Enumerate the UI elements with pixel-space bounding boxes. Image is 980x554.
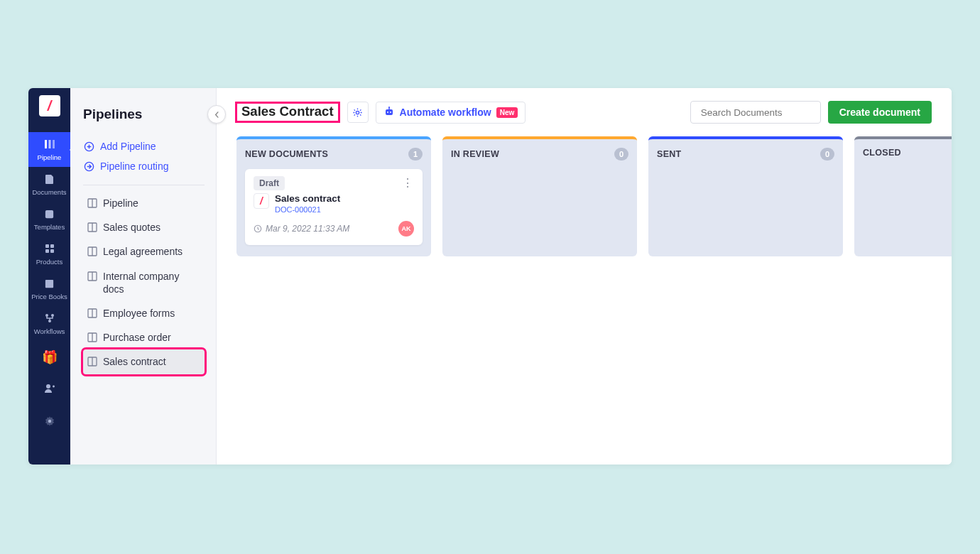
automate-workflow-button[interactable]: Automate workflow New	[376, 102, 526, 124]
sidebar-item-label: Internal company docs	[103, 270, 200, 295]
clock-icon	[254, 224, 262, 233]
svg-point-11	[46, 384, 50, 389]
board-icon	[87, 222, 97, 232]
svg-rect-0	[45, 140, 47, 148]
sidebar-item-purchase-order[interactable]: Purchase order	[83, 325, 205, 349]
svg-point-9	[51, 314, 54, 317]
column-header: SENT 0	[657, 148, 834, 161]
sidebar-collapse-button[interactable]	[207, 105, 226, 124]
rail-label: Workflows	[34, 327, 65, 335]
card-title: Sales contract	[275, 193, 340, 205]
board-icon	[87, 246, 97, 256]
rail-label: Templates	[34, 223, 65, 231]
column-title: IN REVIEW	[451, 149, 499, 159]
main-panel: Sales Contract Automate workflow New Cre…	[217, 88, 952, 465]
rail-item-templates[interactable]: Templates	[28, 202, 70, 237]
svg-point-22	[356, 111, 359, 114]
sidebar-item-label: Purchase order	[103, 331, 171, 344]
svg-point-24	[387, 112, 388, 113]
search-documents-field[interactable]	[701, 107, 821, 118]
sidebar-item-sales-contract[interactable]: Sales contract	[83, 349, 205, 374]
column-title: SENT	[657, 149, 682, 159]
app-logo[interactable]: /	[39, 95, 60, 116]
sidebar-item-internal-company-docs[interactable]: Internal company docs	[83, 264, 205, 301]
add-pipeline-label: Add Pipeline	[100, 141, 156, 152]
pipeline-settings-button[interactable]	[347, 102, 369, 123]
board-icon	[87, 308, 97, 318]
svg-point-8	[45, 314, 48, 317]
svg-rect-2	[53, 140, 55, 148]
column-count: 1	[408, 148, 423, 161]
sidebar-item-pipeline[interactable]: Pipeline	[83, 191, 205, 215]
sidebar-item-employee-forms[interactable]: Employee forms	[83, 301, 205, 325]
svg-point-10	[48, 320, 51, 322]
svg-rect-1	[48, 140, 50, 148]
owner-avatar[interactable]: AK	[398, 221, 414, 237]
sidebar-item-label: Sales contract	[103, 355, 166, 368]
workflows-icon	[43, 312, 56, 325]
plus-circle-icon	[83, 141, 94, 152]
rail-item-pricebooks[interactable]: Price Books	[28, 271, 70, 306]
kanban-board: NEW DOCUMENTS 1 Draft ⋮ / Sales contract…	[217, 136, 952, 256]
card-doc-id: DOC-000021	[275, 205, 340, 214]
card-timestamp: Mar 9, 2022 11:33 AM	[254, 224, 349, 234]
rail-label: Pipeline	[38, 153, 62, 161]
gear-icon	[352, 107, 363, 118]
column-header: CLOSED	[863, 148, 952, 158]
sidebar-item-label: Employee forms	[103, 307, 175, 320]
rail-item-pipeline[interactable]: Pipeline	[28, 132, 70, 167]
svg-rect-3	[45, 210, 53, 217]
gear-icon	[43, 415, 56, 428]
pipeline-icon	[43, 138, 56, 151]
column-title: CLOSED	[863, 148, 901, 158]
sidebar-item-label: Pipeline	[103, 197, 138, 210]
board-icon	[87, 271, 97, 281]
divider	[83, 185, 205, 185]
document-card[interactable]: Draft ⋮ / Sales contract DOC-000021	[245, 169, 423, 245]
sidebar-item-legal-agreements[interactable]: Legal agreements	[83, 239, 205, 264]
new-badge: New	[496, 107, 518, 118]
svg-point-25	[390, 112, 391, 113]
topbar: Sales Contract Automate workflow New Cre…	[217, 88, 952, 136]
rail-label: Products	[36, 258, 63, 266]
rail-item-workflows[interactable]: Workflows	[28, 306, 70, 341]
column-new-documents: NEW DOCUMENTS 1 Draft ⋮ / Sales contract…	[236, 136, 431, 256]
card-timestamp-text: Mar 9, 2022 11:33 AM	[266, 224, 349, 234]
board-icon	[87, 332, 97, 342]
svg-rect-4	[45, 244, 49, 248]
column-header: IN REVIEW 0	[451, 148, 628, 161]
add-pipeline-link[interactable]: Add Pipeline	[83, 136, 205, 156]
column-header: NEW DOCUMENTS 1	[245, 148, 423, 161]
search-documents-input[interactable]	[690, 101, 821, 124]
svg-rect-7	[50, 249, 54, 253]
pipeline-routing-label: Pipeline routing	[100, 161, 169, 172]
automate-workflow-label: Automate workflow	[400, 107, 491, 118]
rail-label: Price Books	[31, 293, 67, 300]
column-sent: SENT 0	[648, 136, 843, 256]
templates-icon	[43, 207, 56, 220]
svg-rect-6	[45, 249, 49, 253]
create-document-button[interactable]: Create document	[828, 101, 932, 124]
robot-icon	[383, 106, 395, 119]
rail-item-invite[interactable]	[28, 374, 70, 406]
sidebar-item-sales-quotes[interactable]: Sales quotes	[83, 215, 205, 239]
sidebar-title: Pipelines	[83, 107, 205, 122]
rail-item-documents[interactable]: Documents	[28, 167, 70, 202]
app-window: / Pipeline Documents Templates Products	[28, 88, 952, 465]
card-logo-icon: /	[254, 193, 269, 209]
sidebar: Pipelines Add Pipeline Pipeline routing …	[70, 88, 217, 465]
products-icon	[43, 242, 56, 255]
board-icon	[87, 357, 97, 366]
svg-point-26	[388, 107, 390, 108]
sidebar-item-label: Sales quotes	[103, 221, 160, 234]
rail-item-gifts[interactable]: 🎁	[28, 341, 70, 374]
svg-rect-5	[50, 244, 54, 248]
gift-icon: 🎁	[42, 349, 58, 365]
card-menu-button[interactable]: ⋮	[402, 178, 414, 189]
rail-item-products[interactable]: Products	[28, 237, 70, 271]
rail-item-settings[interactable]	[28, 406, 70, 439]
pipeline-routing-link[interactable]: Pipeline routing	[83, 156, 205, 176]
column-title: NEW DOCUMENTS	[245, 149, 328, 159]
page-title: Sales Contract	[235, 102, 340, 123]
documents-icon	[43, 173, 56, 185]
